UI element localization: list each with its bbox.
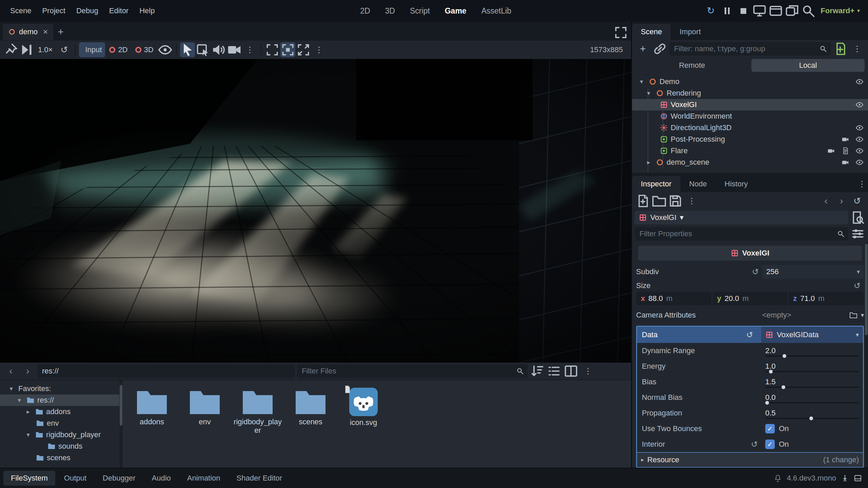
file-item-addons[interactable]: addons — [126, 386, 178, 426]
close-tab-icon[interactable]: × — [43, 27, 48, 37]
menu-debug[interactable]: Debug — [71, 4, 104, 18]
tree-row-voxelgi[interactable]: VoxelGI — [632, 99, 868, 110]
remote-button[interactable]: Remote — [635, 59, 749, 72]
visibility-eye-icon[interactable] — [854, 78, 865, 86]
slider-grabber[interactable] — [765, 401, 769, 405]
tree-row-worldenvironment[interactable]: WorldEnvironment — [632, 110, 868, 122]
bottom-tab-filesystem[interactable]: FileSystem — [3, 471, 55, 486]
visibility-eye-icon[interactable] — [854, 158, 865, 166]
sort-files-icon[interactable] — [530, 364, 545, 379]
workspace-2d[interactable]: 2D — [357, 6, 370, 16]
load-folder-icon[interactable] — [849, 311, 857, 319]
pin-icon[interactable] — [3, 42, 18, 57]
size-x-field[interactable]: x 88.0 m — [636, 292, 712, 305]
tree-row-rigidbody-player[interactable]: ▾ rigidbody_player — [0, 429, 123, 441]
checkbox-checked-icon[interactable]: ✓ — [765, 440, 775, 449]
bottom-tab-debugger[interactable]: Debugger — [95, 471, 143, 486]
tree-row-demo[interactable]: ▾ Demo — [632, 76, 868, 87]
tree-row-sounds[interactable]: sounds — [0, 441, 123, 452]
history-forward-icon[interactable]: › — [834, 194, 849, 208]
frame-selection-icon[interactable] — [265, 42, 280, 57]
select-mode-icon[interactable] — [180, 42, 195, 57]
local-button[interactable]: Local — [751, 59, 865, 72]
revert-icon[interactable]: ↺ — [746, 330, 753, 340]
size-z-field[interactable]: z 71.0 m — [788, 292, 864, 305]
tree-row-demo-scene[interactable]: ▸ demo_scene — [632, 157, 868, 168]
current-path-field[interactable] — [37, 364, 295, 378]
embed-game-icon[interactable] — [768, 3, 783, 18]
tab-import[interactable]: Import — [671, 24, 709, 40]
revert-icon[interactable]: ↺ — [854, 281, 861, 290]
history-back-icon[interactable]: ‹ — [3, 364, 18, 379]
menu-scene[interactable]: Scene — [5, 4, 37, 18]
tree-row-env[interactable]: env — [0, 418, 123, 429]
dock-menu-icon[interactable]: ⋮ — [858, 180, 866, 188]
visibility-eye-icon[interactable] — [854, 135, 865, 143]
tree-row-res[interactable]: ▾ res:// — [0, 394, 123, 406]
tab-history[interactable]: History — [716, 176, 756, 192]
stop-icon[interactable] — [736, 3, 751, 18]
select-list-icon[interactable] — [196, 42, 211, 57]
bottom-tab-audio[interactable]: Audio — [144, 471, 178, 486]
use-two-bounces-checkbox[interactable]: ✓ On — [761, 424, 863, 433]
slider-grabber[interactable] — [809, 416, 813, 420]
resource-menu-icon[interactable]: ⋮ — [684, 194, 699, 208]
file-list-view-icon[interactable] — [547, 364, 561, 379]
filter-files-input[interactable] — [297, 364, 528, 378]
expand-bottom-panel-icon[interactable] — [854, 474, 862, 482]
camera-attributes-field[interactable]: <empty> ▾ — [762, 311, 864, 320]
reset-zoom-icon[interactable]: ↺ — [57, 42, 72, 57]
file-item-icon-svg[interactable]: icon.svg — [338, 386, 389, 427]
next-frame-icon[interactable] — [19, 42, 34, 57]
new-resource-icon[interactable] — [635, 194, 650, 208]
bottom-tab-output[interactable]: Output — [57, 471, 94, 486]
bias-slider[interactable]: 1.5 — [761, 374, 863, 390]
renderer-dropdown[interactable]: Forward+ ▾ — [817, 6, 863, 15]
tab-node[interactable]: Node — [680, 176, 716, 192]
visibility-options-icon[interactable] — [158, 42, 173, 57]
game-viewport[interactable] — [0, 59, 631, 363]
checkbox-checked-icon[interactable]: ✓ — [765, 424, 775, 433]
more-options-icon[interactable]: ⋮ — [242, 42, 257, 57]
revert-icon[interactable]: ↺ — [751, 440, 758, 449]
mute-audio-icon[interactable] — [211, 42, 226, 57]
menu-editor[interactable]: Editor — [104, 4, 134, 18]
workspace-3d[interactable]: 3D — [382, 6, 395, 16]
tree-scrollbar[interactable] — [119, 380, 123, 468]
filter-properties-input[interactable] — [635, 227, 848, 241]
filesystem-menu-icon[interactable]: ⋮ — [580, 364, 595, 379]
save-resource-icon[interactable] — [668, 194, 683, 208]
slider-grabber[interactable] — [783, 354, 786, 358]
slider-grabber[interactable] — [769, 370, 773, 373]
node-badge-icon[interactable] — [840, 136, 851, 143]
menu-help[interactable]: Help — [134, 4, 160, 18]
camera-override-2d-button[interactable]: 2D — [106, 42, 131, 57]
normal-bias-slider[interactable]: 0.0 — [761, 390, 863, 405]
load-resource-icon[interactable] — [652, 194, 667, 208]
data-resource-picker[interactable]: VoxelGIData ▾ — [761, 327, 863, 343]
slider-grabber[interactable] — [782, 385, 785, 389]
script-icon[interactable] — [840, 147, 851, 155]
open-docs-icon[interactable] — [850, 210, 865, 225]
history-back-icon[interactable]: ‹ — [818, 194, 833, 208]
zoom-tools-icon[interactable] — [801, 3, 816, 18]
visibility-eye-icon[interactable] — [854, 101, 865, 109]
tree-row-scenes[interactable]: scenes — [0, 452, 123, 464]
tree-row-flare[interactable]: Flare — [632, 145, 868, 157]
property-tools-icon[interactable] — [850, 226, 865, 241]
data-property-label-area[interactable]: Data ↺ — [637, 327, 761, 343]
visibility-eye-icon[interactable] — [854, 124, 865, 132]
bottom-tab-shader-editor[interactable]: Shader Editor — [229, 471, 290, 486]
file-item-scenes[interactable]: scenes — [285, 386, 336, 426]
collapse-arrow-icon[interactable]: ▾ — [644, 89, 653, 97]
stretch-viewport-icon[interactable] — [296, 42, 311, 57]
add-node-button[interactable]: + — [635, 41, 650, 56]
pause-icon[interactable] — [719, 3, 734, 18]
tree-row-addons[interactable]: ▸ addons — [0, 406, 123, 418]
embed-options-icon[interactable]: ⋮ — [312, 42, 327, 57]
tree-row-rendering[interactable]: ▾ Rendering — [632, 87, 868, 99]
collapse-arrow-icon[interactable]: ▾ — [15, 396, 24, 404]
revert-icon[interactable]: ↺ — [752, 267, 759, 277]
dynamic-range-slider[interactable]: 2.0 — [761, 343, 863, 359]
remote-debug-icon[interactable] — [752, 3, 767, 18]
